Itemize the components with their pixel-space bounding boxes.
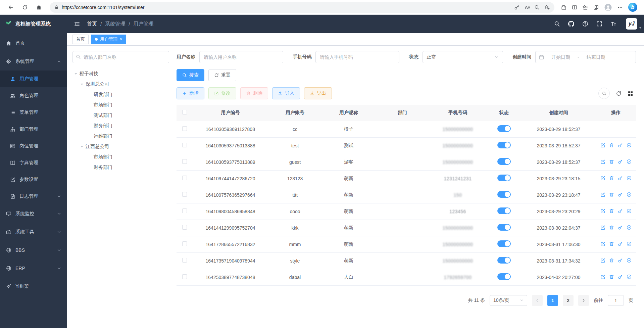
status-toggle[interactable]: [497, 175, 511, 181]
username-input[interactable]: [199, 51, 283, 63]
favorites-bar-icon[interactable]: [583, 5, 588, 10]
sidebar-item-system-tools[interactable]: 系统工具: [0, 223, 67, 241]
row-checkbox[interactable]: [182, 274, 187, 279]
assign-role-icon[interactable]: [627, 225, 632, 230]
row-checkbox[interactable]: [182, 241, 187, 246]
row-checkbox[interactable]: [182, 176, 187, 180]
reset-password-icon[interactable]: [618, 176, 623, 181]
dept-search-input[interactable]: [72, 51, 169, 63]
edit-button[interactable]: 修改: [208, 87, 236, 99]
sidebar-item-bbs[interactable]: BBS: [0, 241, 67, 259]
assign-role-icon[interactable]: [627, 208, 632, 214]
assign-role-icon[interactable]: [627, 176, 632, 181]
reset-password-icon[interactable]: [618, 192, 623, 197]
tree-node-dept[interactable]: 运维部门: [72, 131, 169, 141]
tree-node-dept[interactable]: 研发部门: [72, 89, 169, 100]
date-end-input[interactable]: [582, 54, 610, 60]
sidebar-item-yi-framework[interactable]: Yi框架: [0, 277, 67, 295]
tree-node-dept[interactable]: 测试部门: [72, 110, 169, 121]
refresh-table-icon[interactable]: [616, 91, 622, 96]
status-toggle[interactable]: [497, 207, 511, 214]
assign-role-icon[interactable]: [627, 143, 632, 148]
sidebar-item-erp[interactable]: ERP: [0, 259, 67, 277]
tree-node-dept[interactable]: 财务部门: [72, 121, 169, 131]
status-toggle[interactable]: [497, 224, 511, 231]
reset-password-icon[interactable]: [618, 274, 623, 279]
status-select[interactable]: 正常: [423, 51, 503, 63]
sidebar-item-post-mgmt[interactable]: 岗位管理: [0, 138, 67, 154]
sidebar-item-dept-mgmt[interactable]: 部门管理: [0, 121, 67, 138]
delete-icon[interactable]: [609, 192, 614, 197]
delete-button[interactable]: 删除: [240, 87, 268, 99]
status-toggle[interactable]: [497, 240, 511, 247]
browser-home-button[interactable]: [33, 2, 45, 13]
row-checkbox[interactable]: [182, 258, 187, 263]
tab-home[interactable]: 首页: [72, 35, 89, 44]
status-toggle[interactable]: [497, 125, 511, 132]
favorite-add-icon[interactable]: [544, 5, 550, 10]
search-icon[interactable]: [554, 21, 560, 27]
delete-icon[interactable]: [609, 143, 614, 148]
reset-password-icon[interactable]: [618, 143, 623, 148]
page-button-1[interactable]: 1: [547, 295, 558, 306]
delete-icon[interactable]: [609, 159, 614, 164]
next-page-button[interactable]: [578, 295, 589, 306]
goto-page-input[interactable]: [608, 295, 624, 306]
row-checkbox[interactable]: [182, 159, 187, 164]
tab-close-icon[interactable]: ×: [120, 37, 122, 41]
reset-password-icon[interactable]: [618, 258, 623, 263]
split-screen-icon[interactable]: [572, 5, 577, 10]
sidebar-item-dict-mgmt[interactable]: 字典管理: [0, 154, 67, 171]
status-toggle[interactable]: [497, 191, 511, 198]
select-all-checkbox[interactable]: [182, 110, 187, 114]
tree-node-branch-shenzhen[interactable]: 深圳总公司: [72, 79, 169, 89]
edit-icon[interactable]: [600, 225, 605, 230]
fullscreen-icon[interactable]: [596, 21, 602, 27]
sidebar-item-log-mgmt[interactable]: 日志管理: [0, 188, 67, 205]
page-button-2[interactable]: 2: [563, 295, 574, 306]
delete-icon[interactable]: [609, 176, 614, 181]
reset-password-icon[interactable]: [618, 241, 623, 246]
assign-role-icon[interactable]: [627, 159, 632, 164]
sidebar-item-home[interactable]: 首页: [0, 34, 67, 52]
edit-icon[interactable]: [600, 159, 605, 164]
tree-node-dept[interactable]: 市场部门: [72, 152, 169, 162]
reset-password-icon[interactable]: [618, 159, 623, 164]
delete-icon[interactable]: [609, 208, 614, 214]
edit-icon[interactable]: [600, 258, 605, 263]
reset-password-icon[interactable]: [618, 225, 623, 230]
import-button[interactable]: 导入: [272, 87, 300, 99]
sidebar-item-role-mgmt[interactable]: 角色管理: [0, 87, 67, 104]
status-toggle[interactable]: [497, 142, 511, 148]
menu-fold-icon[interactable]: [74, 21, 80, 27]
assign-role-icon[interactable]: [627, 258, 632, 263]
delete-icon[interactable]: [609, 274, 614, 279]
row-checkbox[interactable]: [182, 225, 187, 230]
status-toggle[interactable]: [497, 273, 511, 280]
delete-icon[interactable]: [609, 225, 614, 230]
edit-icon[interactable]: [600, 241, 605, 246]
delete-icon[interactable]: [609, 258, 614, 263]
sidebar-item-user-mgmt[interactable]: 用户管理: [0, 71, 67, 87]
zoom-out-icon[interactable]: [534, 5, 540, 10]
tree-node-dept[interactable]: 财务部门: [72, 162, 169, 173]
edit-icon[interactable]: [600, 143, 605, 148]
page-size-select[interactable]: 10条/页: [490, 295, 527, 306]
date-start-input[interactable]: [547, 54, 575, 60]
delete-icon[interactable]: [609, 241, 614, 246]
row-checkbox[interactable]: [182, 143, 187, 147]
sidebar-item-param-settings[interactable]: 参数设置: [0, 171, 67, 188]
export-button[interactable]: 导出: [304, 87, 332, 99]
edit-icon[interactable]: [600, 208, 605, 214]
assign-role-icon[interactable]: [627, 192, 632, 197]
search-button[interactable]: 搜索: [177, 69, 204, 81]
sidebar-item-system-mgmt[interactable]: 系统管理: [0, 52, 67, 71]
address-bar[interactable]: https://ccnetcore.com:1101/system/user: [50, 2, 554, 13]
browser-back-button[interactable]: [5, 2, 17, 13]
assign-role-icon[interactable]: [627, 274, 632, 279]
breadcrumb-home[interactable]: 首页: [87, 21, 97, 27]
read-aloud-icon[interactable]: [524, 5, 530, 10]
browser-refresh-button[interactable]: [19, 2, 31, 13]
reset-button[interactable]: 重置: [208, 69, 236, 81]
reset-password-icon[interactable]: [618, 208, 623, 214]
